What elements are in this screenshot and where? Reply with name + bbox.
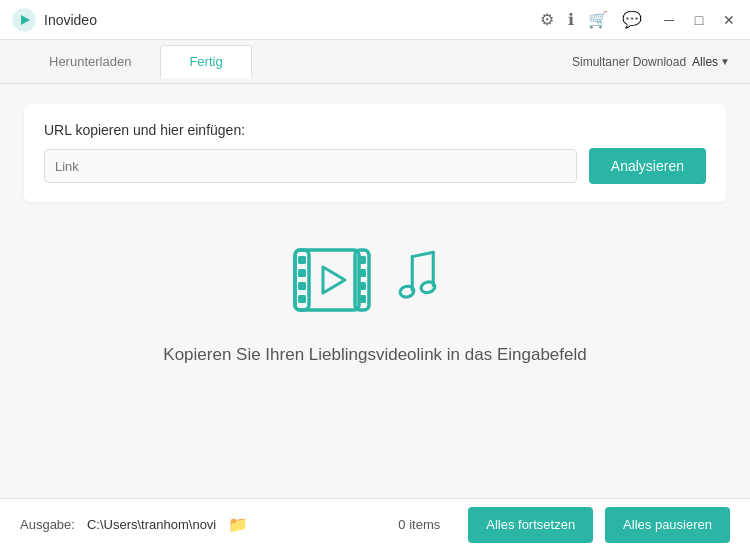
resume-button[interactable]: Alles fortsetzen	[468, 507, 593, 543]
settings-icon[interactable]: ⚙	[540, 10, 554, 29]
svg-rect-7	[298, 282, 306, 290]
svg-rect-8	[298, 295, 306, 303]
svg-line-16	[412, 252, 433, 256]
empty-illustration	[287, 242, 463, 317]
analyze-button[interactable]: Analysieren	[589, 148, 706, 184]
minimize-button[interactable]: ─	[660, 11, 678, 29]
film-icon	[287, 242, 377, 317]
close-button[interactable]: ✕	[720, 11, 738, 29]
folder-icon[interactable]: 📁	[228, 515, 248, 534]
svg-rect-10	[358, 269, 366, 277]
url-input-row: Analysieren	[44, 148, 706, 184]
url-section: URL kopieren und hier einfügen: Analysie…	[24, 104, 726, 202]
titlebar-controls: ─ □ ✕	[660, 11, 738, 29]
app-title: Inovideo	[44, 12, 97, 28]
svg-point-18	[420, 280, 436, 294]
chat-icon[interactable]: 💬	[622, 10, 642, 29]
url-input[interactable]	[44, 149, 577, 183]
info-icon[interactable]: ℹ	[568, 10, 574, 29]
simultaneous-section: Simultaner Download Alles ▼	[572, 55, 730, 69]
simultaneous-dropdown[interactable]: Alles ▼	[692, 55, 730, 69]
simultaneous-label: Simultaner Download	[572, 55, 686, 69]
empty-state-text: Kopieren Sie Ihren Lieblingsvideolink in…	[163, 345, 586, 365]
titlebar-icons: ⚙ ℹ 🛒 💬	[540, 10, 642, 29]
main-content: URL kopieren und hier einfügen: Analysie…	[0, 84, 750, 498]
svg-rect-11	[358, 282, 366, 290]
output-label: Ausgabe:	[20, 517, 75, 532]
maximize-button[interactable]: □	[690, 11, 708, 29]
cart-icon[interactable]: 🛒	[588, 10, 608, 29]
svg-point-17	[399, 285, 415, 299]
svg-rect-12	[358, 295, 366, 303]
output-path: C:\Users\tranhom\novi	[87, 517, 216, 532]
tab-fertig[interactable]: Fertig	[160, 45, 251, 78]
dropdown-arrow-icon: ▼	[720, 56, 730, 67]
items-count: 0 items	[398, 517, 440, 532]
app-logo	[12, 8, 36, 32]
simultaneous-value: Alles	[692, 55, 718, 69]
url-label: URL kopieren und hier einfügen:	[44, 122, 706, 138]
music-icon	[393, 246, 463, 311]
svg-rect-9	[358, 256, 366, 264]
tab-herunterladen[interactable]: Herunterladen	[20, 45, 160, 78]
titlebar-left: Inovideo	[12, 8, 97, 32]
svg-marker-13	[323, 267, 345, 293]
content-wrapper: URL kopieren und hier einfügen: Analysie…	[0, 84, 750, 498]
svg-rect-6	[298, 269, 306, 277]
tabs-row: Herunterladen Fertig Simultaner Download…	[0, 40, 750, 84]
svg-rect-5	[298, 256, 306, 264]
empty-state: Kopieren Sie Ihren Lieblingsvideolink in…	[24, 202, 726, 395]
bottom-bar: Ausgabe: C:\Users\tranhom\novi 📁 0 items…	[0, 498, 750, 550]
titlebar: Inovideo ⚙ ℹ 🛒 💬 ─ □ ✕	[0, 0, 750, 40]
pause-button[interactable]: Alles pausieren	[605, 507, 730, 543]
